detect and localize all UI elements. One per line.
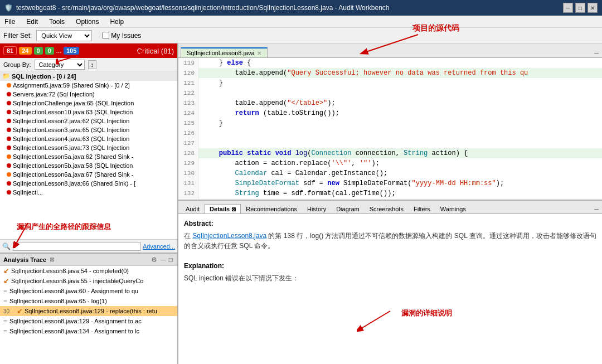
bullet-icon bbox=[7, 154, 11, 159]
tab-recommendations[interactable]: Recommendations bbox=[241, 204, 302, 213]
bullet-icon bbox=[7, 163, 11, 168]
trace-minimize-button[interactable]: ─ bbox=[159, 256, 167, 264]
bullet-icon bbox=[7, 92, 11, 96]
trace-item[interactable]: = SqlInjectionLesson8.java:129 - Assignm… bbox=[0, 316, 177, 326]
bullet-icon bbox=[7, 172, 11, 177]
analysis-trace-header: Analysis Trace ⊠ ⚙ ─ □ bbox=[0, 254, 177, 266]
left-panel: 81 24 0 0 ... 105 Critical (81) Group By… bbox=[0, 43, 178, 364]
code-line: 130 Calendar cal = Calendar.getInstance(… bbox=[178, 168, 602, 178]
list-item[interactable]: SqlInjecti... bbox=[0, 188, 177, 197]
code-line: 125 } bbox=[178, 118, 602, 128]
code-line: 126 bbox=[178, 128, 602, 138]
analysis-trace-tab-indicator: ⊠ bbox=[50, 256, 54, 263]
trace-item[interactable]: ↙ SqlInjectionLesson8.java:55 - injectab… bbox=[0, 276, 177, 286]
main-container: 81 24 0 0 ... 105 Critical (81) Group By… bbox=[0, 43, 602, 364]
tab-diagram[interactable]: Diagram bbox=[331, 204, 365, 213]
trace-eq-icon: = bbox=[3, 327, 7, 335]
code-line: 133 bbox=[178, 198, 602, 200]
trace-eq-icon: = bbox=[3, 297, 7, 305]
trace-list[interactable]: ↙ SqlInjectionLesson8.java:54 - complete… bbox=[0, 266, 177, 364]
menu-tools[interactable]: Tools bbox=[47, 17, 67, 26]
bullet-icon bbox=[7, 110, 11, 114]
bullet-icon bbox=[7, 83, 11, 88]
trace-arrow-icon: ↙ bbox=[3, 267, 9, 275]
tab-screenshots[interactable]: Screenshots bbox=[365, 204, 409, 213]
list-item[interactable]: SqlInjectionLesson8.java:66 (Shared Sink… bbox=[0, 179, 177, 188]
code-line: 129 action = action.replace('\\"', '"'); bbox=[178, 158, 602, 168]
toolbar: Filter Set: Quick View My Issues bbox=[0, 28, 602, 43]
tab-close-button[interactable]: ✕ bbox=[257, 50, 261, 56]
tree-group-sql-injection[interactable]: 📁 SQL Injection - [0 / 24] bbox=[0, 71, 177, 81]
tab-filters[interactable]: Filters bbox=[409, 204, 435, 213]
folder-icon: 📁 bbox=[2, 72, 10, 80]
menu-bar: File Edit Tools Options Help bbox=[0, 16, 602, 28]
sort-button[interactable]: ↕ bbox=[88, 60, 97, 69]
list-item[interactable]: SqlInjectionLesson5.java:73 (SQL Injecti… bbox=[0, 143, 177, 152]
trace-settings-button[interactable]: ⚙ bbox=[150, 256, 158, 264]
close-button[interactable]: ✕ bbox=[588, 3, 598, 13]
low-count-badge: 0 bbox=[45, 47, 54, 55]
tab-history[interactable]: History bbox=[302, 204, 331, 213]
explanation-title: Explanation: bbox=[184, 261, 596, 271]
high-count-badge: 24 bbox=[19, 47, 31, 55]
filter-set-label: Filter Set: bbox=[3, 32, 32, 40]
filter-set-select[interactable]: Quick View bbox=[36, 30, 92, 41]
tab-warnings[interactable]: Warnings bbox=[435, 204, 471, 213]
list-item[interactable]: SqlInjectionLesson5a.java:62 (Shared Sin… bbox=[0, 152, 177, 161]
editor-tabbar: SqlInjectionLesson8.java ✕ ─ bbox=[178, 43, 602, 58]
menu-options[interactable]: Options bbox=[74, 17, 101, 26]
tab-audit[interactable]: Audit bbox=[181, 204, 205, 213]
menu-help[interactable]: Help bbox=[108, 17, 126, 26]
tree-list[interactable]: 📁 SQL Injection - [0 / 24] Assignment5.j… bbox=[0, 71, 177, 239]
trace-item[interactable]: = SqlInjectionLesson8.java:134 - Assignm… bbox=[0, 326, 177, 336]
menu-edit[interactable]: Edit bbox=[24, 17, 40, 26]
trace-eq-icon: = bbox=[3, 287, 7, 295]
bullet-icon bbox=[7, 128, 11, 132]
title-bar: 🛡️ testwebgoat8 - src/main/java/org/owas… bbox=[0, 0, 602, 16]
trace-num: 30 bbox=[3, 308, 14, 314]
trace-arrow-icon: ↙ bbox=[17, 307, 22, 315]
my-issues-label: My Issues bbox=[111, 32, 141, 40]
list-item[interactable]: SqlInjectionLesson10.java:63 (SQL Inject… bbox=[0, 108, 177, 117]
editor-minimize-button[interactable]: ─ bbox=[591, 48, 602, 57]
list-item[interactable]: SqlInjectionLesson5b.java:58 (SQL Inject… bbox=[0, 161, 177, 170]
code-line: 124 return (table.toString()); bbox=[178, 108, 602, 118]
detail-content: Abstract: 在 SqlInjectionLesson8.java 的第 … bbox=[178, 214, 602, 365]
code-line: 119 } else { bbox=[178, 58, 602, 68]
list-item[interactable]: Assignment5.java:59 (Shared Sink) - [0 /… bbox=[0, 81, 177, 90]
bullet-icon bbox=[7, 190, 11, 195]
search-input[interactable] bbox=[13, 242, 140, 251]
minimize-button[interactable]: ─ bbox=[563, 3, 573, 13]
bullet-icon bbox=[7, 145, 11, 150]
details-minimize-button[interactable]: ─ bbox=[591, 205, 602, 213]
abstract-file-link[interactable]: SqlInjectionLesson8.java bbox=[192, 232, 266, 240]
trace-maximize-button[interactable]: □ bbox=[168, 256, 174, 264]
editor-tab-sqlinjection[interactable]: SqlInjectionLesson8.java ✕ bbox=[181, 47, 268, 57]
groupby-select[interactable]: Category bbox=[35, 60, 85, 70]
abstract-title: Abstract: bbox=[184, 219, 596, 229]
search-row: 🔍 Advanced... bbox=[0, 239, 177, 253]
maximize-button[interactable]: □ bbox=[575, 3, 585, 13]
bullet-icon bbox=[7, 137, 11, 141]
my-issues-checkbox[interactable] bbox=[102, 32, 109, 39]
app-icon: 🛡️ bbox=[4, 4, 13, 12]
list-item[interactable]: SqlInjectionLesson4.java:63 (SQL Injecti… bbox=[0, 134, 177, 143]
trace-item[interactable]: = SqlInjectionLesson8.java:65 - log(1) bbox=[0, 296, 177, 306]
trace-item[interactable]: = SqlInjectionLesson8.java:60 - Assignme… bbox=[0, 286, 177, 296]
menu-file[interactable]: File bbox=[2, 17, 17, 26]
list-item[interactable]: SqlInjectionLesson6a.java:67 (Shared Sin… bbox=[0, 170, 177, 179]
code-line: 132 String time = sdf.format(cal.getTime… bbox=[178, 188, 602, 198]
critical-label: Critical (81) bbox=[137, 47, 174, 55]
code-area[interactable]: 119 } else { 120 table.append("Query Suc… bbox=[178, 58, 602, 200]
list-item[interactable]: SqlInjectionChallenge.java:65 (SQL Injec… bbox=[0, 99, 177, 108]
list-item[interactable]: SqlInjectionLesson2.java:62 (SQL Injecti… bbox=[0, 117, 177, 125]
right-panel: SqlInjectionLesson8.java ✕ ─ 119 } else … bbox=[178, 43, 602, 364]
tab-details[interactable]: Details ⊠ bbox=[205, 204, 241, 213]
list-item[interactable]: Servers.java:72 (Sql Injection) bbox=[0, 90, 177, 99]
trace-arrow-icon: ↙ bbox=[3, 277, 9, 285]
groupby-row: Group By: Category ↕ bbox=[0, 58, 177, 71]
advanced-link[interactable]: Advanced... bbox=[143, 243, 175, 250]
trace-item-highlighted[interactable]: 30 ↙ SqlInjectionLesson8.java:129 - repl… bbox=[0, 306, 177, 316]
list-item[interactable]: SqlInjectionLesson3.java:65 (SQL Injecti… bbox=[0, 125, 177, 134]
trace-item[interactable]: ↙ SqlInjectionLesson8.java:54 - complete… bbox=[0, 266, 177, 276]
